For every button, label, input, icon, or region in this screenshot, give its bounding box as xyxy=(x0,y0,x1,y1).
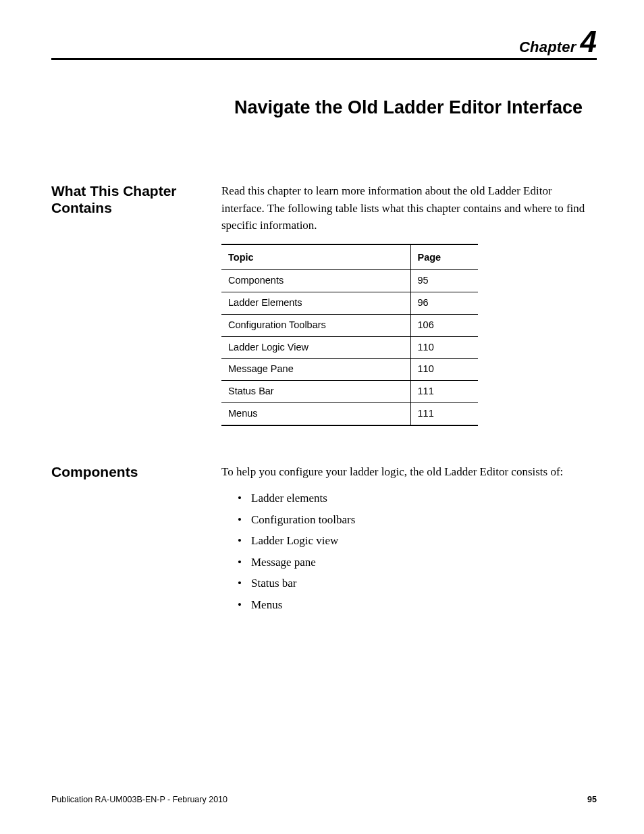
table-row: Ladder Elements96 xyxy=(221,292,478,315)
list-item: Ladder Logic view xyxy=(251,532,597,550)
chapter-number: 4 xyxy=(581,27,597,57)
table-row: Message Pane110 xyxy=(221,359,478,381)
section-body: To help you configure your ladder logic,… xyxy=(221,463,597,618)
table-row: Status Bar111 xyxy=(221,381,478,403)
section-components: Components To help you configure your la… xyxy=(51,463,597,618)
cell-topic: Menus xyxy=(221,402,410,425)
cell-page: 111 xyxy=(410,402,478,425)
page-footer: Publication RA-UM003B-EN-P - February 20… xyxy=(51,795,597,804)
publication-info: Publication RA-UM003B-EN-P - February 20… xyxy=(51,795,227,804)
section-heading: Components xyxy=(51,463,221,618)
cell-page: 95 xyxy=(410,270,478,292)
chapter-header: Chapter 4 xyxy=(51,27,597,60)
section-body: Read this chapter to learn more informat… xyxy=(221,182,597,426)
cell-topic: Ladder Elements xyxy=(221,292,410,315)
page-number: 95 xyxy=(587,795,597,804)
section-what-this-chapter-contains: What This Chapter Contains Read this cha… xyxy=(51,182,597,426)
table-row: Ladder Logic View110 xyxy=(221,336,478,359)
list-item: Status bar xyxy=(251,575,597,592)
col-page: Page xyxy=(410,244,478,270)
cell-page: 111 xyxy=(410,381,478,403)
intro-paragraph: To help you configure your ladder logic,… xyxy=(221,463,597,481)
table-row: Components95 xyxy=(221,270,478,292)
list-item: Configuration toolbars xyxy=(251,511,597,529)
intro-paragraph: Read this chapter to learn more informat… xyxy=(221,182,597,234)
cell-page: 110 xyxy=(410,359,478,381)
section-heading: What This Chapter Contains xyxy=(51,182,221,426)
col-topic: Topic xyxy=(221,244,410,270)
cell-page: 96 xyxy=(410,292,478,315)
table-row: Configuration Toolbars106 xyxy=(221,314,478,336)
table-row: Menus111 xyxy=(221,402,478,425)
cell-page: 106 xyxy=(410,314,478,336)
cell-page: 110 xyxy=(410,336,478,359)
topic-table: Topic Page Components95 Ladder Elements9… xyxy=(221,244,478,426)
list-item: Ladder elements xyxy=(251,490,597,507)
list-item: Menus xyxy=(251,596,597,614)
components-list: Ladder elements Configuration toolbars L… xyxy=(221,490,597,613)
page-title: Navigate the Old Ladder Editor Interface xyxy=(220,97,597,118)
cell-topic: Ladder Logic View xyxy=(221,336,410,359)
list-item: Message pane xyxy=(251,554,597,571)
chapter-label: Chapter xyxy=(519,38,576,56)
cell-topic: Status Bar xyxy=(221,381,410,403)
cell-topic: Configuration Toolbars xyxy=(221,314,410,336)
cell-topic: Components xyxy=(221,270,410,292)
table-header-row: Topic Page xyxy=(221,244,478,270)
cell-topic: Message Pane xyxy=(221,359,410,381)
